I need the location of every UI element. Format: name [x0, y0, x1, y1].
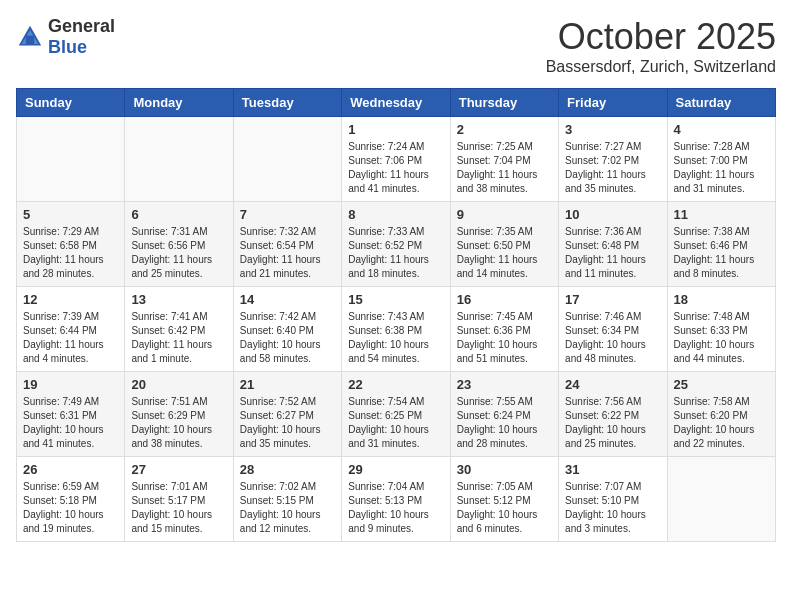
calendar-table: Sunday Monday Tuesday Wednesday Thursday…: [16, 88, 776, 542]
calendar-day-cell: 17Sunrise: 7:46 AM Sunset: 6:34 PM Dayli…: [559, 287, 667, 372]
day-info: Sunrise: 7:54 AM Sunset: 6:25 PM Dayligh…: [348, 395, 443, 451]
day-info: Sunrise: 7:39 AM Sunset: 6:44 PM Dayligh…: [23, 310, 118, 366]
day-info: Sunrise: 6:59 AM Sunset: 5:18 PM Dayligh…: [23, 480, 118, 536]
calendar-day-cell: 29Sunrise: 7:04 AM Sunset: 5:13 PM Dayli…: [342, 457, 450, 542]
col-wednesday: Wednesday: [342, 89, 450, 117]
day-info: Sunrise: 7:25 AM Sunset: 7:04 PM Dayligh…: [457, 140, 552, 196]
calendar-day-cell: 4Sunrise: 7:28 AM Sunset: 7:00 PM Daylig…: [667, 117, 775, 202]
day-number: 13: [131, 292, 226, 307]
logo: General Blue: [16, 16, 115, 58]
calendar-day-cell: 10Sunrise: 7:36 AM Sunset: 6:48 PM Dayli…: [559, 202, 667, 287]
day-number: 3: [565, 122, 660, 137]
day-number: 8: [348, 207, 443, 222]
col-tuesday: Tuesday: [233, 89, 341, 117]
calendar-week-row: 12Sunrise: 7:39 AM Sunset: 6:44 PM Dayli…: [17, 287, 776, 372]
calendar-day-cell: 12Sunrise: 7:39 AM Sunset: 6:44 PM Dayli…: [17, 287, 125, 372]
day-info: Sunrise: 7:48 AM Sunset: 6:33 PM Dayligh…: [674, 310, 769, 366]
day-number: 1: [348, 122, 443, 137]
day-info: Sunrise: 7:02 AM Sunset: 5:15 PM Dayligh…: [240, 480, 335, 536]
calendar-day-cell: [125, 117, 233, 202]
calendar-day-cell: 8Sunrise: 7:33 AM Sunset: 6:52 PM Daylig…: [342, 202, 450, 287]
calendar-day-cell: 18Sunrise: 7:48 AM Sunset: 6:33 PM Dayli…: [667, 287, 775, 372]
calendar-day-cell: [233, 117, 341, 202]
day-number: 4: [674, 122, 769, 137]
day-info: Sunrise: 7:46 AM Sunset: 6:34 PM Dayligh…: [565, 310, 660, 366]
calendar-day-cell: 26Sunrise: 6:59 AM Sunset: 5:18 PM Dayli…: [17, 457, 125, 542]
calendar-day-cell: 5Sunrise: 7:29 AM Sunset: 6:58 PM Daylig…: [17, 202, 125, 287]
calendar-day-cell: [667, 457, 775, 542]
day-number: 24: [565, 377, 660, 392]
calendar-day-cell: 13Sunrise: 7:41 AM Sunset: 6:42 PM Dayli…: [125, 287, 233, 372]
day-info: Sunrise: 7:52 AM Sunset: 6:27 PM Dayligh…: [240, 395, 335, 451]
day-info: Sunrise: 7:28 AM Sunset: 7:00 PM Dayligh…: [674, 140, 769, 196]
day-info: Sunrise: 7:31 AM Sunset: 6:56 PM Dayligh…: [131, 225, 226, 281]
calendar-day-cell: 25Sunrise: 7:58 AM Sunset: 6:20 PM Dayli…: [667, 372, 775, 457]
col-saturday: Saturday: [667, 89, 775, 117]
day-info: Sunrise: 7:45 AM Sunset: 6:36 PM Dayligh…: [457, 310, 552, 366]
day-info: Sunrise: 7:49 AM Sunset: 6:31 PM Dayligh…: [23, 395, 118, 451]
location-title: Bassersdorf, Zurich, Switzerland: [546, 58, 776, 76]
day-number: 5: [23, 207, 118, 222]
calendar-day-cell: 22Sunrise: 7:54 AM Sunset: 6:25 PM Dayli…: [342, 372, 450, 457]
day-number: 25: [674, 377, 769, 392]
col-monday: Monday: [125, 89, 233, 117]
calendar-day-cell: 31Sunrise: 7:07 AM Sunset: 5:10 PM Dayli…: [559, 457, 667, 542]
calendar-day-cell: 7Sunrise: 7:32 AM Sunset: 6:54 PM Daylig…: [233, 202, 341, 287]
col-thursday: Thursday: [450, 89, 558, 117]
day-info: Sunrise: 7:05 AM Sunset: 5:12 PM Dayligh…: [457, 480, 552, 536]
day-number: 10: [565, 207, 660, 222]
day-info: Sunrise: 7:04 AM Sunset: 5:13 PM Dayligh…: [348, 480, 443, 536]
calendar-day-cell: 21Sunrise: 7:52 AM Sunset: 6:27 PM Dayli…: [233, 372, 341, 457]
calendar-week-row: 26Sunrise: 6:59 AM Sunset: 5:18 PM Dayli…: [17, 457, 776, 542]
calendar-day-cell: [17, 117, 125, 202]
col-friday: Friday: [559, 89, 667, 117]
day-number: 28: [240, 462, 335, 477]
day-info: Sunrise: 7:01 AM Sunset: 5:17 PM Dayligh…: [131, 480, 226, 536]
calendar-day-cell: 20Sunrise: 7:51 AM Sunset: 6:29 PM Dayli…: [125, 372, 233, 457]
day-number: 14: [240, 292, 335, 307]
day-info: Sunrise: 7:43 AM Sunset: 6:38 PM Dayligh…: [348, 310, 443, 366]
day-number: 16: [457, 292, 552, 307]
title-block: October 2025 Bassersdorf, Zurich, Switze…: [546, 16, 776, 76]
day-info: Sunrise: 7:56 AM Sunset: 6:22 PM Dayligh…: [565, 395, 660, 451]
page-header: General Blue October 2025 Bassersdorf, Z…: [16, 16, 776, 76]
day-number: 30: [457, 462, 552, 477]
day-number: 22: [348, 377, 443, 392]
day-info: Sunrise: 7:38 AM Sunset: 6:46 PM Dayligh…: [674, 225, 769, 281]
day-number: 27: [131, 462, 226, 477]
calendar-day-cell: 23Sunrise: 7:55 AM Sunset: 6:24 PM Dayli…: [450, 372, 558, 457]
logo-icon: [16, 23, 44, 51]
calendar-day-cell: 28Sunrise: 7:02 AM Sunset: 5:15 PM Dayli…: [233, 457, 341, 542]
day-info: Sunrise: 7:58 AM Sunset: 6:20 PM Dayligh…: [674, 395, 769, 451]
calendar-day-cell: 1Sunrise: 7:24 AM Sunset: 7:06 PM Daylig…: [342, 117, 450, 202]
calendar-day-cell: 11Sunrise: 7:38 AM Sunset: 6:46 PM Dayli…: [667, 202, 775, 287]
calendar-header-row: Sunday Monday Tuesday Wednesday Thursday…: [17, 89, 776, 117]
calendar-day-cell: 19Sunrise: 7:49 AM Sunset: 6:31 PM Dayli…: [17, 372, 125, 457]
day-number: 19: [23, 377, 118, 392]
calendar-day-cell: 14Sunrise: 7:42 AM Sunset: 6:40 PM Dayli…: [233, 287, 341, 372]
col-sunday: Sunday: [17, 89, 125, 117]
logo-blue-text: Blue: [48, 37, 87, 57]
calendar-day-cell: 16Sunrise: 7:45 AM Sunset: 6:36 PM Dayli…: [450, 287, 558, 372]
calendar-day-cell: 2Sunrise: 7:25 AM Sunset: 7:04 PM Daylig…: [450, 117, 558, 202]
day-info: Sunrise: 7:35 AM Sunset: 6:50 PM Dayligh…: [457, 225, 552, 281]
day-info: Sunrise: 7:29 AM Sunset: 6:58 PM Dayligh…: [23, 225, 118, 281]
calendar-day-cell: 15Sunrise: 7:43 AM Sunset: 6:38 PM Dayli…: [342, 287, 450, 372]
day-number: 15: [348, 292, 443, 307]
calendar-day-cell: 27Sunrise: 7:01 AM Sunset: 5:17 PM Dayli…: [125, 457, 233, 542]
calendar-day-cell: 6Sunrise: 7:31 AM Sunset: 6:56 PM Daylig…: [125, 202, 233, 287]
day-number: 31: [565, 462, 660, 477]
day-number: 11: [674, 207, 769, 222]
day-info: Sunrise: 7:55 AM Sunset: 6:24 PM Dayligh…: [457, 395, 552, 451]
day-number: 29: [348, 462, 443, 477]
calendar-day-cell: 9Sunrise: 7:35 AM Sunset: 6:50 PM Daylig…: [450, 202, 558, 287]
calendar-week-row: 5Sunrise: 7:29 AM Sunset: 6:58 PM Daylig…: [17, 202, 776, 287]
day-info: Sunrise: 7:24 AM Sunset: 7:06 PM Dayligh…: [348, 140, 443, 196]
calendar-day-cell: 24Sunrise: 7:56 AM Sunset: 6:22 PM Dayli…: [559, 372, 667, 457]
day-number: 20: [131, 377, 226, 392]
day-number: 26: [23, 462, 118, 477]
day-info: Sunrise: 7:42 AM Sunset: 6:40 PM Dayligh…: [240, 310, 335, 366]
day-number: 12: [23, 292, 118, 307]
day-number: 7: [240, 207, 335, 222]
month-title: October 2025: [546, 16, 776, 58]
